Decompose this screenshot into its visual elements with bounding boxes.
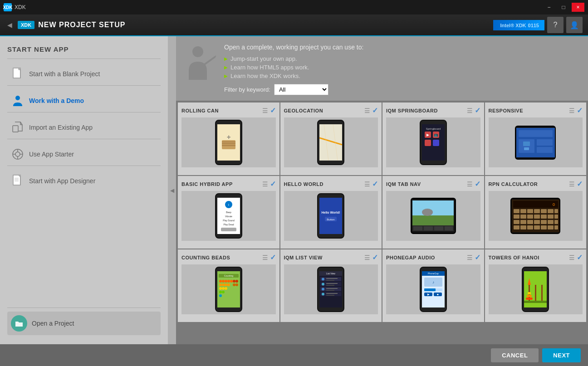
svg-rect-77 <box>527 215 533 219</box>
responsive-image <box>489 117 583 167</box>
sidebar-item-demo[interactable]: Work with a Demo <box>7 89 161 112</box>
svg-point-7 <box>15 152 20 156</box>
demo-iqm-list-view[interactable]: IQM LIST VIEW ☰ ✓ List <box>280 249 382 322</box>
sidebar-item-starter[interactable]: Use App Starter <box>7 143 161 166</box>
iqm-list-view-check-icon: ✓ <box>372 253 378 262</box>
title-bar: XDK XDK − □ × <box>0 0 588 15</box>
svg-rect-64 <box>445 226 453 230</box>
close-button[interactable]: × <box>572 3 584 12</box>
maximize-button[interactable]: □ <box>557 3 570 12</box>
demo-responsive[interactable]: RESPONSIVE ☰ ✓ <box>485 102 587 175</box>
iqm-springboard-header: IQM SPRINGBOARD ☰ ✓ <box>386 106 480 115</box>
svg-rect-25 <box>319 124 342 161</box>
responsive-header: RESPONSIVE ☰ ✓ <box>489 106 583 115</box>
open-project-button[interactable]: Open a Project <box>7 312 161 335</box>
svg-point-116 <box>233 283 235 286</box>
svg-point-107 <box>227 283 230 286</box>
help-button[interactable]: ? <box>547 17 564 33</box>
rolling-can-image: ✛ <box>181 117 276 167</box>
demo-counting-beads[interactable]: COUNTING BEADS ☰ ✓ <box>178 249 279 322</box>
svg-rect-41 <box>537 147 553 153</box>
svg-rect-58 <box>412 215 454 225</box>
demo-icon <box>11 94 24 107</box>
svg-rect-135 <box>326 293 338 294</box>
svg-rect-96 <box>218 273 240 307</box>
responsive-actions: ☰ ✓ <box>569 106 583 115</box>
demo-iqm-springboard[interactable]: IQM SPRINGBOARD ☰ ✓ Springboard <box>382 102 484 175</box>
svg-rect-86 <box>541 220 547 224</box>
svg-rect-128 <box>326 285 334 286</box>
svg-point-115 <box>235 280 238 283</box>
counting-beads-check-icon: ✓ <box>270 253 276 262</box>
svg-text:Play Dead: Play Dead <box>223 223 234 226</box>
iqm-list-view-doc-icon: ☰ <box>364 254 370 261</box>
svg-rect-82 <box>514 220 519 224</box>
rolling-can-header: ROLLING CAN ☰ ✓ <box>181 106 276 115</box>
cancel-button[interactable]: CANCEL <box>491 348 539 362</box>
filter-select[interactable]: All <box>274 84 328 95</box>
svg-rect-61 <box>413 226 422 230</box>
geolocation-doc-icon: ☰ <box>364 107 370 114</box>
demo-iqm-tab-nav[interactable]: IQM TAB NAV ☰ ✓ <box>382 176 484 249</box>
demo-rolling-can[interactable]: ROLLING CAN ☰ ✓ <box>178 102 279 175</box>
sidebar-item-import[interactable]: Import an Existing App <box>7 116 161 139</box>
svg-rect-154 <box>527 295 532 297</box>
iqm-tab-nav-image <box>386 191 480 241</box>
basic-hybrid-actions: ☰ ✓ <box>262 180 276 188</box>
iqm-list-view-title: IQM LIST VIEW <box>284 255 323 260</box>
svg-rect-143 <box>424 288 436 291</box>
svg-rect-72 <box>541 209 547 213</box>
demo-geolocation[interactable]: GEOLOCATION ☰ ✓ <box>280 102 382 175</box>
svg-point-105 <box>222 283 225 286</box>
svg-rect-42 <box>523 142 530 146</box>
svg-rect-63 <box>434 226 443 230</box>
iqm-list-view-header: IQM LIST VIEW ☰ ✓ <box>284 253 378 262</box>
demo-hello-world[interactable]: HELLO WORLD ☰ ✓ Hello World! <box>280 176 382 249</box>
svg-rect-74 <box>554 209 558 213</box>
bullet-list: ▶ Jump-start your own app. ▶ Learn how H… <box>224 55 579 79</box>
counting-beads-image: Counting <box>181 264 276 314</box>
svg-point-130 <box>322 288 324 291</box>
divider-4 <box>7 166 161 166</box>
svg-rect-132 <box>326 290 334 291</box>
demo-towers-of-hanoi[interactable]: TOWERS OF HANOI ☰ ✓ <box>485 249 587 322</box>
svg-text:Springboard: Springboard <box>426 127 441 130</box>
bullet-arrow-3: ▶ <box>224 73 228 78</box>
sidebar-item-designer[interactable]: Start with App Designer <box>7 170 161 192</box>
grid-row-2: BASIC HYBRID APP ☰ ✓ i <box>178 176 586 249</box>
header-main-text: Open a complete, working project you can… <box>224 44 579 51</box>
svg-text:Button: Button <box>327 218 335 221</box>
filter-label: Filter by keyword: <box>224 86 270 93</box>
nav-bar: ◀ XDK NEW PROJECT SETUP Intel® XDK0115 ?… <box>0 15 588 36</box>
svg-rect-89 <box>514 225 519 229</box>
demo-phonegap-audio[interactable]: PHONEGAP AUDIO ☰ ✓ Phon <box>382 249 484 322</box>
sidebar-item-blank-label: Start with a Blank Project <box>29 70 100 78</box>
collapse-tab[interactable]: ◀ <box>168 36 176 344</box>
back-button[interactable]: ◀ <box>5 20 14 30</box>
nav-logo: XDK <box>18 21 34 29</box>
hello-world-actions: ☰ ✓ <box>364 180 378 188</box>
iqm-springboard-title: IQM SPRINGBOARD <box>386 108 438 113</box>
blank-icon <box>11 67 24 81</box>
collapse-arrow-icon: ◀ <box>170 187 174 194</box>
svg-rect-12 <box>13 175 20 185</box>
sidebar-item-blank[interactable]: Start with a Blank Project <box>7 63 161 85</box>
demo-rpn-calculator[interactable]: RPN CALCULATOR ☰ ✓ 0 <box>485 176 587 249</box>
minimize-button[interactable]: − <box>543 3 555 12</box>
hello-world-check-icon: ✓ <box>372 180 378 188</box>
svg-point-100 <box>222 280 225 283</box>
bullet-arrow-2: ▶ <box>224 65 228 70</box>
basic-hybrid-image: i Beep Vibrate Play Sound Play Dead <box>181 191 276 241</box>
demo-basic-hybrid[interactable]: BASIC HYBRID APP ☰ ✓ i <box>178 176 279 249</box>
header-description: Open a complete, working project you can… <box>224 44 579 95</box>
svg-rect-75 <box>514 215 519 219</box>
rpn-calculator-title: RPN CALCULATOR <box>489 181 538 187</box>
user-button[interactable]: 👤 <box>566 17 583 33</box>
hello-world-header: HELLO WORLD ☰ ✓ <box>284 180 378 188</box>
designer-icon <box>11 174 24 188</box>
svg-rect-62 <box>424 226 433 230</box>
divider-3 <box>7 139 161 139</box>
svg-point-122 <box>322 278 324 281</box>
next-button[interactable]: NEXT <box>542 348 581 362</box>
svg-point-101 <box>225 280 227 283</box>
